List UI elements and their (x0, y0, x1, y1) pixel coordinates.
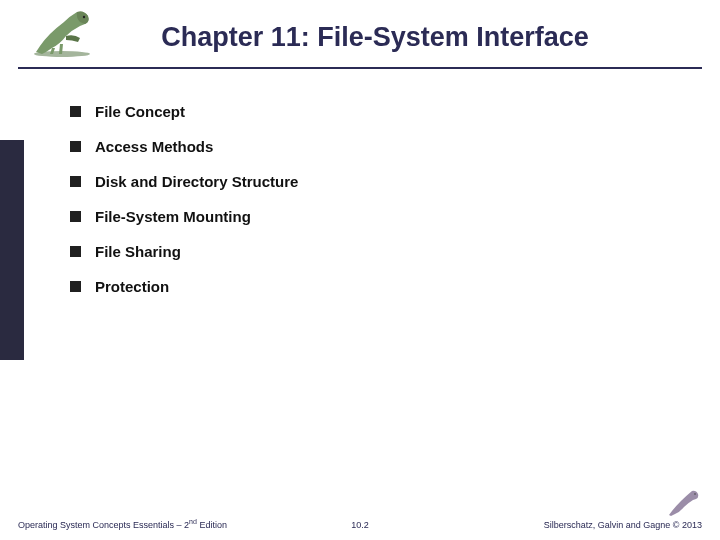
footer-copyright: Silberschatz, Galvin and Gagne © 2013 (544, 520, 702, 530)
content-area: File Concept Access Methods Disk and Dir… (0, 69, 720, 295)
bullet-label: File Concept (95, 103, 185, 120)
dinosaur-footer-icon (666, 488, 702, 518)
footer-page-number: 10.2 (246, 520, 474, 530)
list-item: Disk and Directory Structure (70, 173, 660, 190)
bullet-label: Protection (95, 278, 169, 295)
bullet-label: Access Methods (95, 138, 213, 155)
svg-point-1 (83, 16, 85, 18)
footer-ordinal: nd (189, 518, 197, 525)
list-item: File-System Mounting (70, 208, 660, 225)
bullet-square-icon (70, 106, 81, 117)
bullet-square-icon (70, 211, 81, 222)
bullet-label: File-System Mounting (95, 208, 251, 225)
dinosaur-logo-icon (22, 4, 102, 58)
svg-point-2 (694, 493, 696, 495)
title-rule (18, 67, 702, 69)
list-item: Access Methods (70, 138, 660, 155)
footer-right: Silberschatz, Galvin and Gagne © 2013 (474, 520, 702, 530)
bullet-square-icon (70, 141, 81, 152)
sidebar-accent (0, 140, 24, 360)
bullet-label: File Sharing (95, 243, 181, 260)
list-item: File Sharing (70, 243, 660, 260)
footer-left: Operating System Concepts Essentials – 2… (18, 518, 246, 530)
list-item: File Concept (70, 103, 660, 120)
bullet-square-icon (70, 176, 81, 187)
list-item: Protection (70, 278, 660, 295)
footer: Operating System Concepts Essentials – 2… (0, 518, 720, 530)
bullet-square-icon (70, 246, 81, 257)
footer-book-title-suffix: Edition (197, 520, 227, 530)
slide: Chapter 11: File-System Interface File C… (0, 0, 720, 540)
page-title: Chapter 11: File-System Interface (40, 12, 710, 67)
header: Chapter 11: File-System Interface (0, 0, 720, 69)
bullet-square-icon (70, 281, 81, 292)
footer-book-title-prefix: Operating System Concepts Essentials – 2 (18, 520, 189, 530)
bullet-label: Disk and Directory Structure (95, 173, 298, 190)
